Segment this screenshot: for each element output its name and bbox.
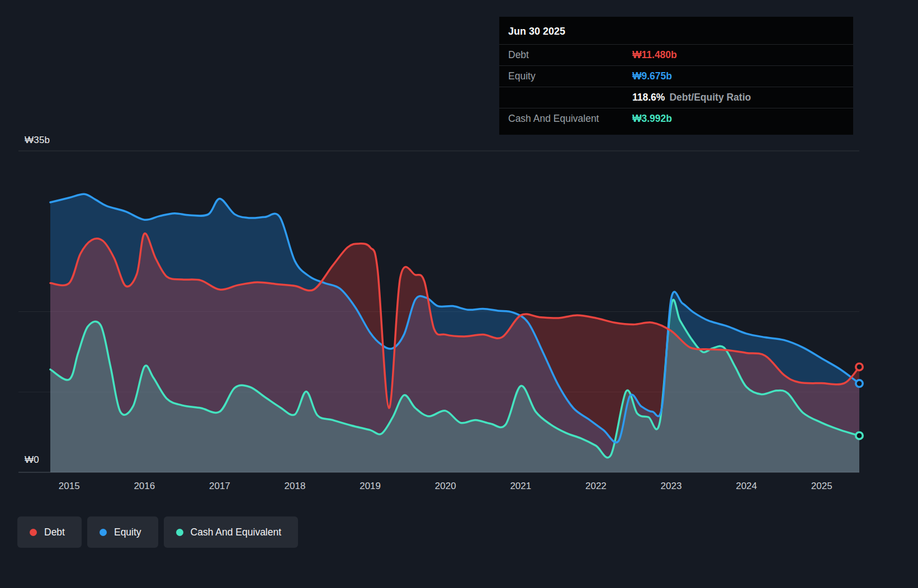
cash-and-equivalent-end-dot <box>856 432 863 439</box>
x-tick-2018: 2018 <box>285 481 306 492</box>
tooltip-row-ratio: 118.6% Debt/Equity Ratio <box>499 87 853 108</box>
tooltip-debt-value: ₩11.480b <box>632 49 677 61</box>
equity-end-dot <box>856 380 863 387</box>
tooltip-row-cash: Cash And Equivalent ₩3.992b <box>499 108 853 129</box>
tooltip-cash-label: Cash And Equivalent <box>508 113 632 125</box>
tooltip-cash-value: ₩3.992b <box>632 113 672 125</box>
tooltip-ratio-label: Debt/Equity Ratio <box>669 92 751 103</box>
debt-end-dot <box>856 363 863 370</box>
tooltip-row-debt: Debt ₩11.480b <box>499 44 853 65</box>
tooltip-date: Jun 30 2025 <box>499 19 853 44</box>
legend-item-debt[interactable]: Debt <box>17 516 82 548</box>
legend-item-cash-and-equivalent[interactable]: Cash And Equivalent <box>164 516 298 548</box>
legend-label: Debt <box>44 527 65 538</box>
legend-label: Equity <box>114 527 141 538</box>
debt-legend-dot-icon <box>30 529 37 536</box>
x-tick-2017: 2017 <box>209 481 230 492</box>
x-tick-2024: 2024 <box>736 481 757 492</box>
y-axis-label-max: ₩35b <box>25 135 50 146</box>
tooltip-equity-label: Equity <box>508 70 632 82</box>
tooltip: Jun 30 2025 Debt ₩11.480b Equity ₩9.675b… <box>499 17 853 135</box>
x-tick-2020: 2020 <box>435 481 456 492</box>
legend-item-equity[interactable]: Equity <box>87 516 158 548</box>
x-tick-2022: 2022 <box>585 481 607 492</box>
y-axis-label-min: ₩0 <box>25 454 39 466</box>
chart-panel: ₩35b ₩0 20152016201720182019202020212022… <box>0 0 918 588</box>
tooltip-debt-label: Debt <box>508 49 632 61</box>
tooltip-ratio-value: 118.6% <box>632 92 665 103</box>
tooltip-row-equity: Equity ₩9.675b <box>499 65 853 87</box>
x-tick-2015: 2015 <box>59 481 80 492</box>
x-tick-2019: 2019 <box>359 481 381 492</box>
x-tick-2025: 2025 <box>811 481 832 492</box>
legend-label: Cash And Equivalent <box>191 527 281 538</box>
equity-legend-dot-icon <box>100 529 107 536</box>
x-axis: 2015201620172018201920202021202220232024… <box>0 481 918 495</box>
tooltip-equity-value: ₩9.675b <box>632 70 672 82</box>
x-tick-2021: 2021 <box>510 481 531 492</box>
legend: DebtEquityCash And Equivalent <box>17 516 298 548</box>
cash-and-equivalent-legend-dot-icon <box>176 529 183 536</box>
x-tick-2016: 2016 <box>134 481 155 492</box>
x-tick-2023: 2023 <box>661 481 682 492</box>
